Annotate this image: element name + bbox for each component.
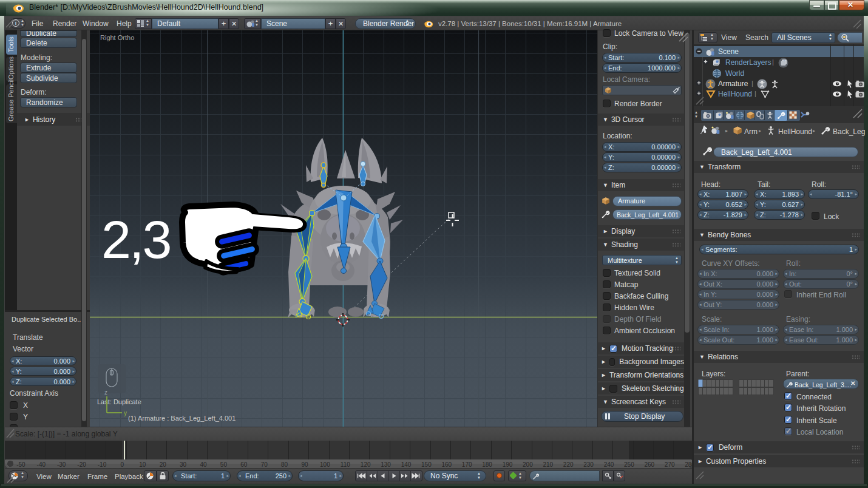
svg-text:170: 170 [462, 461, 472, 468]
svg-text:200: 200 [523, 461, 533, 468]
svg-text:110: 110 [341, 461, 350, 468]
svg-text:250: 250 [624, 461, 634, 468]
svg-text:160: 160 [441, 461, 452, 468]
svg-text:0: 0 [121, 461, 124, 468]
svg-text:30: 30 [180, 461, 187, 468]
svg-text:240: 240 [604, 461, 614, 468]
svg-text:-50: -50 [16, 461, 25, 468]
svg-text:40: 40 [200, 461, 207, 468]
svg-text:210: 210 [543, 461, 553, 468]
svg-text:20: 20 [160, 461, 167, 468]
svg-text:80: 80 [281, 461, 288, 468]
svg-text:50: 50 [220, 461, 228, 468]
svg-text:190: 190 [503, 461, 513, 468]
svg-text:280: 280 [685, 461, 692, 468]
svg-text:70: 70 [261, 461, 268, 468]
svg-text:140: 140 [401, 461, 412, 468]
svg-text:130: 130 [381, 461, 391, 468]
svg-text:60: 60 [240, 461, 248, 468]
svg-text:Last: Duplicate: Last: Duplicate [97, 398, 141, 405]
svg-text:100: 100 [320, 461, 330, 468]
svg-text:120: 120 [361, 461, 371, 468]
svg-text:220: 220 [563, 461, 574, 468]
svg-text:-10: -10 [98, 461, 107, 468]
svg-text:y: y [124, 410, 127, 416]
svg-text:(1) Armature : Back_Leg_Left_4: (1) Armature : Back_Leg_Left_4.001 [128, 415, 236, 422]
svg-text:90: 90 [301, 461, 308, 468]
svg-text:270: 270 [665, 461, 675, 468]
svg-text:2,3: 2,3 [101, 209, 170, 269]
svg-text:260: 260 [644, 461, 654, 468]
svg-text:Right Ortho: Right Ortho [100, 34, 134, 41]
svg-text:-30: -30 [57, 461, 66, 468]
svg-text:180: 180 [482, 461, 492, 468]
svg-text:230: 230 [583, 461, 594, 468]
svg-text:150: 150 [421, 461, 432, 468]
svg-text:10: 10 [139, 461, 146, 468]
svg-text:-40: -40 [37, 461, 46, 468]
svg-text:-20: -20 [77, 461, 86, 468]
svg-text:z: z [104, 389, 107, 396]
